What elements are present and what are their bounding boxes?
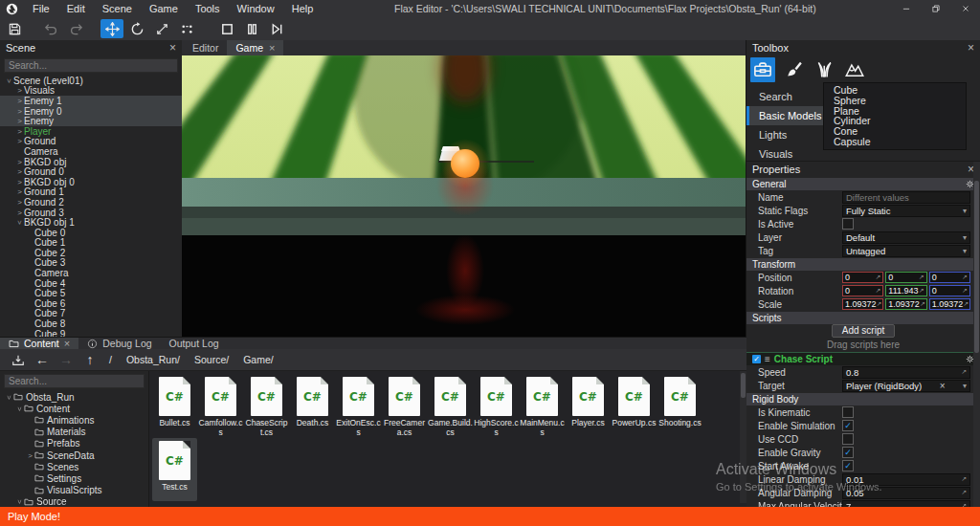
- file-mainmenu-cs[interactable]: C#MainMenu.cs: [520, 374, 565, 437]
- tree-item-scenedata[interactable]: >SceneData: [0, 449, 148, 461]
- file-shooting-cs[interactable]: C#Shooting.cs: [657, 374, 702, 437]
- forward-nav-button[interactable]: →: [56, 349, 77, 370]
- angular-damping-field[interactable]: 0.05↗: [842, 487, 970, 499]
- menu-file[interactable]: File: [24, 0, 58, 17]
- menu-game[interactable]: Game: [141, 0, 187, 17]
- chevron-right-icon[interactable]: >: [15, 86, 24, 95]
- game-viewport[interactable]: [182, 55, 746, 337]
- breadcrumb-[interactable]: /: [103, 354, 118, 365]
- tab-debug-log[interactable]: Debug Log: [78, 338, 160, 349]
- terrain-tool-button[interactable]: [842, 57, 867, 82]
- breadcrumb-game[interactable]: Game/: [237, 354, 279, 365]
- position-z-field[interactable]: 0↗: [929, 272, 970, 283]
- rotate-button[interactable]: [125, 19, 148, 38]
- section-general[interactable]: General: [746, 178, 980, 190]
- layer-dropdown[interactable]: Default▾: [842, 231, 970, 244]
- tree-item-player[interactable]: >Player: [0, 126, 182, 137]
- position-x-field[interactable]: 0↗: [842, 272, 883, 283]
- tree-item-enemy[interactable]: >Enemy: [0, 116, 182, 126]
- position-y-field[interactable]: 0↗: [885, 272, 926, 283]
- up-nav-button[interactable]: ↑: [79, 349, 100, 370]
- step-button[interactable]: [265, 19, 288, 38]
- redo-button[interactable]: [64, 19, 87, 38]
- file-chasescript-cs[interactable]: C#ChaseScript.cs: [244, 374, 289, 437]
- file-game-build-cs[interactable]: C#Game.Build.cs: [428, 374, 473, 437]
- tree-item-ground-3[interactable]: >Ground 3: [0, 208, 182, 218]
- toolbox-tab-search[interactable]: Search: [746, 87, 829, 106]
- close-icon[interactable]: ×: [64, 338, 70, 349]
- tree-item-settings[interactable]: >Settings: [0, 472, 148, 484]
- properties-scrollbar[interactable]: [973, 162, 980, 508]
- chevron-right-icon[interactable]: >: [15, 198, 24, 207]
- file-freecamera-cs[interactable]: C#FreeCamera.cs: [382, 374, 427, 437]
- chevron-right-icon[interactable]: >: [15, 208, 24, 217]
- file-powerup-cs[interactable]: C#PowerUp.cs: [612, 374, 657, 437]
- tree-item-content[interactable]: >Content: [0, 403, 148, 414]
- menu-edit[interactable]: Edit: [58, 0, 94, 17]
- tree-item-obsta-run[interactable]: >Obsta_Run: [0, 391, 148, 403]
- tree-item-cube-0[interactable]: >Cube 0: [0, 228, 182, 238]
- file-grid-scrollbar[interactable]: [740, 371, 746, 503]
- chevron-right-icon[interactable]: >: [15, 137, 24, 145]
- file-player-cs[interactable]: C#Player.cs: [566, 374, 611, 437]
- breadcrumb-source[interactable]: Source/: [189, 354, 234, 365]
- tree-item-scenes[interactable]: >Scenes: [0, 461, 148, 472]
- grid-snap-button[interactable]: [175, 19, 198, 38]
- tree-item-bkgd-obj[interactable]: >BKGD obj: [0, 157, 182, 167]
- content-search-input[interactable]: Search...: [4, 374, 145, 388]
- back-nav-button[interactable]: ←: [32, 349, 53, 370]
- tree-item-prefabs[interactable]: >Prefabs: [0, 438, 148, 449]
- properties-header[interactable]: Properties ×: [746, 162, 980, 177]
- chevron-down-icon[interactable]: >: [15, 405, 24, 413]
- chevron-right-icon[interactable]: >: [15, 127, 24, 136]
- enable-simulation-checkbox[interactable]: ✓: [842, 420, 854, 431]
- scale-z-field[interactable]: 1.09372↗: [929, 298, 970, 310]
- minimize-window-button[interactable]: [891, 0, 921, 17]
- chevron-right-icon[interactable]: >: [15, 97, 24, 105]
- tree-item-ground-1[interactable]: >Ground 1: [0, 187, 182, 198]
- file-test-cs[interactable]: C#Test.cs: [152, 438, 197, 501]
- section-transform[interactable]: Transform: [746, 258, 980, 271]
- save-button[interactable]: [3, 19, 26, 38]
- chevron-right-icon[interactable]: >: [15, 178, 24, 186]
- enable-gravity-checkbox[interactable]: ✓: [842, 447, 854, 458]
- menu-tools[interactable]: Tools: [187, 0, 229, 17]
- file-camfollow-cs[interactable]: C#Camfollow.cs: [198, 374, 243, 437]
- menu-window[interactable]: Window: [229, 0, 283, 17]
- model-item-capsule[interactable]: Capsule: [824, 137, 966, 147]
- chevron-right-icon[interactable]: >: [15, 107, 24, 116]
- start-awake-checkbox[interactable]: ✓: [842, 460, 854, 471]
- tree-item-cube-1[interactable]: >Cube 1: [0, 238, 182, 249]
- tree-item-cube-4[interactable]: >Cube 4: [0, 278, 182, 289]
- tab-game[interactable]: Game×: [227, 40, 283, 55]
- menu-scene[interactable]: Scene: [94, 0, 141, 17]
- toolbox-tab-visuals[interactable]: Visuals: [746, 144, 829, 164]
- tree-item-ground[interactable]: >Ground: [0, 137, 182, 147]
- toolbox-header[interactable]: Toolbox ×: [746, 40, 980, 55]
- breadcrumb-obsta-run[interactable]: Obsta_Run/: [121, 354, 186, 365]
- close-window-button[interactable]: [950, 0, 980, 17]
- static-flags-dropdown[interactable]: Fully Static▾: [842, 205, 970, 217]
- scene-panel-header[interactable]: Scene ×: [0, 40, 182, 55]
- tag-dropdown[interactable]: Untagged▾: [842, 245, 970, 257]
- chevron-right-icon[interactable]: >: [15, 187, 24, 196]
- model-item-sphere[interactable]: Sphere: [824, 96, 966, 106]
- drag-handle-icon[interactable]: ≡: [765, 354, 770, 364]
- rotation-z-field[interactable]: 0↗: [929, 285, 970, 296]
- tree-item-visualscripts[interactable]: >VisualScripts: [0, 485, 148, 496]
- tree-item-cube-5[interactable]: >Cube 5: [0, 288, 182, 298]
- restore-window-button[interactable]: [921, 0, 950, 17]
- file-death-cs[interactable]: C#Death.cs: [290, 374, 335, 437]
- scene-search-input[interactable]: Search...: [4, 58, 178, 73]
- section-chase-script[interactable]: ✓≡Chase Script: [746, 352, 980, 365]
- file-bullet-cs[interactable]: C#Bullet.cs: [152, 374, 197, 437]
- tree-item-bkgd-obj-1[interactable]: >BKGD obj 1: [0, 217, 182, 228]
- move-button[interactable]: [100, 19, 123, 38]
- toolbox-tab-lights[interactable]: Lights: [746, 125, 829, 144]
- scale-button[interactable]: [150, 19, 173, 38]
- tree-item-animations[interactable]: >Animations: [0, 414, 148, 426]
- close-icon[interactable]: ×: [968, 42, 974, 54]
- tab-editor[interactable]: Editor: [184, 40, 227, 55]
- tree-item-cube-8[interactable]: >Cube 8: [0, 318, 182, 329]
- tree-item-scene-level01[interactable]: >Scene (Level01): [0, 76, 182, 86]
